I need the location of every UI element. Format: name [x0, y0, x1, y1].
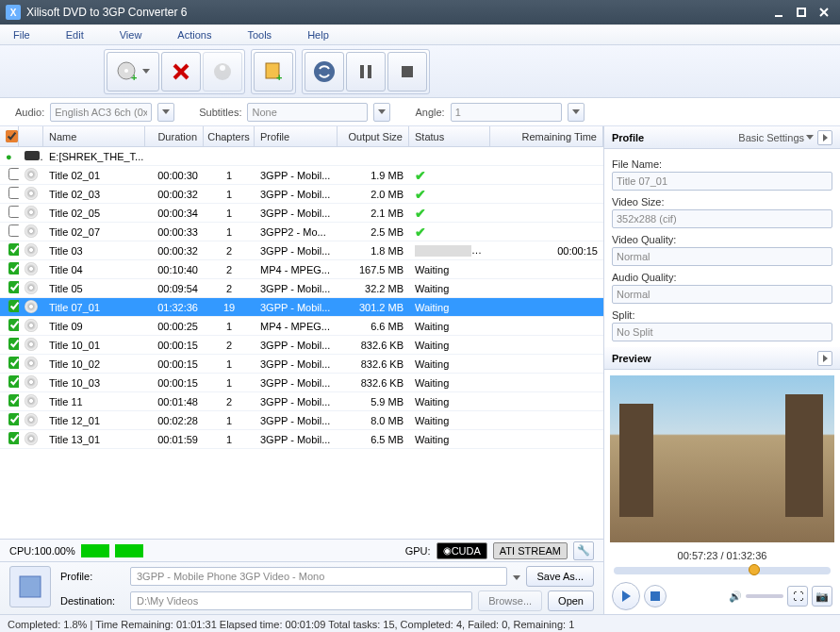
subtitles-select[interactable] [247, 103, 368, 122]
basic-settings-dropdown-icon[interactable] [806, 135, 814, 140]
preview-slider[interactable] [614, 567, 831, 574]
row-checkbox[interactable] [8, 338, 19, 350]
menu-view[interactable]: View [120, 29, 142, 41]
close-button[interactable] [814, 5, 834, 20]
preview-collapse-button[interactable] [817, 351, 832, 366]
audio-quality-field[interactable] [612, 285, 832, 304]
remove-button[interactable] [161, 52, 201, 91]
save-as-button[interactable]: Save As... [526, 566, 594, 587]
settings-button[interactable]: 🔧 [573, 541, 594, 560]
table-row[interactable]: Title 13_0100:01:5913GPP - Mobil...6.5 M… [0, 430, 603, 449]
table-row[interactable]: Title 02_0300:00:3213GPP - Mobil...2.0 M… [0, 185, 603, 204]
row-name: Title 11 [43, 396, 145, 407]
profile-dropdown[interactable] [513, 571, 520, 582]
profile-thumb-icon [9, 566, 51, 607]
maximize-button[interactable] [791, 5, 812, 20]
row-checkbox[interactable] [8, 262, 19, 274]
info-button[interactable] [203, 52, 242, 91]
convert-button[interactable] [305, 52, 344, 91]
add-disc-button[interactable]: + [107, 52, 159, 91]
row-status: ✔ [409, 225, 490, 240]
menu-file[interactable]: File [13, 29, 30, 41]
col-output-size[interactable]: Output Size [338, 126, 409, 146]
disc-icon [25, 262, 38, 275]
row-checkbox[interactable] [8, 225, 19, 237]
minimize-button[interactable] [768, 5, 789, 20]
menu-help[interactable]: Help [307, 29, 329, 41]
table-row[interactable]: Title 07_0101:32:36193GPP - Mobil...301.… [0, 298, 603, 317]
select-all-checkbox[interactable] [6, 130, 18, 142]
fullscreen-button[interactable]: ⛶ [787, 586, 808, 607]
source-row[interactable]: ●E:[SHREK_THE_T... [0, 147, 603, 166]
row-duration: 00:09:54 [145, 283, 204, 294]
volume-slider[interactable] [746, 594, 783, 598]
play-button[interactable] [612, 582, 640, 610]
videosize-field[interactable] [612, 209, 832, 228]
table-row[interactable]: Title 0900:00:251MP4 - MPEG...6.6 MBWait… [0, 317, 603, 336]
row-size: 167.5 MB [338, 264, 409, 275]
disc-icon [25, 338, 38, 351]
row-checkbox[interactable] [8, 300, 19, 312]
stop-preview-button[interactable] [644, 585, 667, 607]
profile-collapse-button[interactable] [817, 130, 832, 145]
disc-icon [25, 394, 38, 407]
subtitles-dropdown[interactable] [373, 103, 390, 122]
table-row[interactable]: Title 02_0500:00:3413GPP - Mobil...2.1 M… [0, 204, 603, 223]
table-row[interactable]: Title 0300:00:3223GPP - Mobil...1.8 MB 1… [0, 241, 603, 260]
row-status: Waiting [409, 340, 490, 351]
col-chapters[interactable]: Chapters [204, 126, 255, 146]
row-checkbox[interactable] [8, 187, 19, 199]
table-row[interactable]: Title 12_0100:02:2813GPP - Mobil...8.0 M… [0, 411, 603, 430]
row-checkbox[interactable] [8, 281, 19, 293]
row-checkbox[interactable] [8, 432, 19, 444]
row-chapters: 1 [204, 415, 255, 426]
table-row[interactable]: Title 02_0700:00:3313GPP2 - Mo...2.5 MB✔ [0, 223, 603, 241]
profile-field[interactable] [130, 567, 507, 586]
video-quality-field[interactable] [612, 247, 832, 266]
volume-icon[interactable]: 🔊 [729, 590, 742, 603]
table-row[interactable]: Title 10_0200:00:1513GPP - Mobil...832.6… [0, 355, 603, 374]
col-profile[interactable]: Profile [255, 126, 338, 146]
table-row[interactable]: Title 10_0300:00:1513GPP - Mobil...832.6… [0, 374, 603, 392]
row-checkbox[interactable] [8, 357, 19, 369]
row-checkbox[interactable] [8, 413, 19, 425]
stop-button[interactable] [387, 52, 427, 91]
row-checkbox[interactable] [8, 168, 19, 180]
col-status[interactable]: Status [409, 126, 490, 146]
basic-settings-label[interactable]: Basic Settings [738, 132, 804, 143]
filename-field[interactable] [612, 172, 832, 191]
table-row[interactable]: Title 02_0100:00:3013GPP - Mobil...1.9 M… [0, 166, 603, 185]
col-remaining[interactable]: Remaining Time [490, 126, 603, 146]
angle-select[interactable] [451, 103, 562, 122]
svg-text:+: + [276, 72, 282, 83]
row-checkbox[interactable] [8, 375, 19, 388]
split-field[interactable] [612, 323, 832, 341]
destination-field[interactable] [130, 591, 472, 610]
table-row[interactable]: Title 0500:09:5423GPP - Mobil...32.2 MBW… [0, 279, 603, 298]
row-checkbox[interactable] [8, 243, 19, 256]
row-checkbox[interactable] [8, 206, 19, 218]
row-profile: 3GPP - Mobil... [255, 245, 338, 257]
angle-dropdown[interactable] [568, 103, 585, 122]
browse-button[interactable]: Browse... [478, 590, 542, 611]
open-button[interactable]: Open [548, 590, 594, 611]
preview-video[interactable] [610, 375, 834, 542]
table-row[interactable]: Title 1100:01:4823GPP - Mobil...5.9 MBWa… [0, 392, 603, 411]
row-checkbox[interactable] [8, 394, 19, 407]
disc-icon [25, 151, 40, 160]
menu-actions[interactable]: Actions [177, 29, 211, 41]
pause-button[interactable] [346, 52, 386, 91]
col-duration[interactable]: Duration [145, 126, 204, 146]
row-checkbox[interactable] [8, 319, 19, 331]
audio-select[interactable] [50, 103, 152, 122]
add-output-button[interactable]: + [254, 52, 293, 91]
menu-tools[interactable]: Tools [247, 29, 272, 41]
menu-edit[interactable]: Edit [66, 29, 84, 41]
disc-icon [25, 281, 38, 294]
table-row[interactable]: Title 10_0100:00:1523GPP - Mobil...832.6… [0, 336, 603, 355]
audio-dropdown[interactable] [157, 103, 174, 122]
col-name[interactable]: Name [43, 126, 145, 146]
table-row[interactable]: Title 0400:10:402MP4 - MPEG...167.5 MBWa… [0, 260, 603, 279]
profile-panel-header: Profile Basic Settings [604, 126, 840, 149]
snapshot-button[interactable]: 📷 [812, 586, 832, 607]
